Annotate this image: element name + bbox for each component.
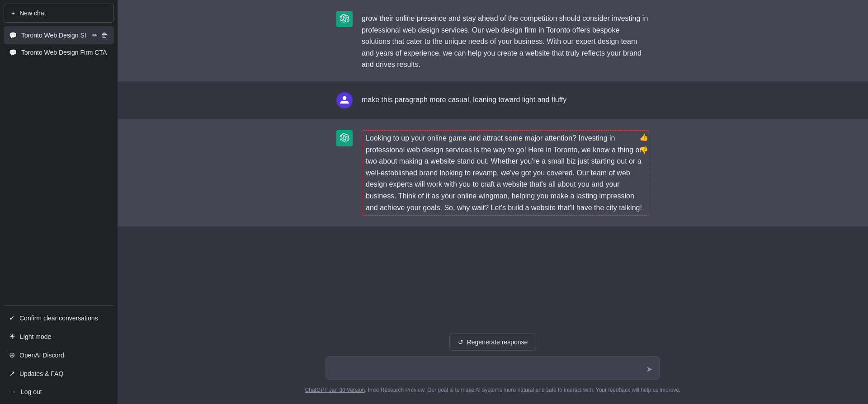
delete-conversation-button[interactable]: 🗑 <box>100 31 108 40</box>
assistant-avatar-2 <box>336 130 353 146</box>
message-inner-1: grow their online presence and stay ahea… <box>326 11 660 70</box>
message-actions: 👍 👎 <box>638 132 649 155</box>
footer-suffix: . Free Research Preview. Our goal is to … <box>365 387 680 393</box>
message-text-3: Looking to up your online game and attra… <box>366 134 642 211</box>
message-text-2: make this paragraph more casual, leaning… <box>362 96 566 103</box>
sun-icon: ☀ <box>9 332 15 341</box>
thumbs-up-button[interactable]: 👍 <box>638 132 649 142</box>
light-mode-action[interactable]: ☀ Light mode <box>4 328 114 345</box>
check-icon: ✓ <box>9 314 15 322</box>
updates-faq-action[interactable]: ↗ Updates & FAQ <box>4 365 114 382</box>
discord-icon: ⊕ <box>9 351 15 359</box>
sidebar-bottom-actions: ✓ Confirm clear conversations ☀ Light mo… <box>4 309 114 400</box>
conversation-actions: ✏ 🗑 <box>91 31 108 40</box>
plus-icon <box>11 9 15 17</box>
logout-action[interactable]: → Log out <box>4 383 114 400</box>
main-content: grow their online presence and stay ahea… <box>118 0 868 404</box>
message-row-1: grow their online presence and stay ahea… <box>118 0 868 81</box>
external-link-icon: ↗ <box>9 369 15 378</box>
confirm-clear-conversations-action[interactable]: ✓ Confirm clear conversations <box>4 309 114 327</box>
send-icon: ➤ <box>646 365 653 374</box>
thumbs-down-button[interactable]: 👎 <box>638 145 649 155</box>
sidebar: New chat 💬 Toronto Web Design SI ✏ 🗑 💬 T… <box>0 0 118 404</box>
light-mode-label: Light mode <box>20 333 51 340</box>
chat-messages: grow their online presence and stay ahea… <box>118 0 868 326</box>
input-area: ↺ Regenerate response ➤ ChatGPT Jan 30 V… <box>118 326 868 404</box>
openai-discord-label: OpenAI Discord <box>19 352 64 359</box>
send-button[interactable]: ➤ <box>644 362 655 376</box>
message-inner-3: Looking to up your online game and attra… <box>326 130 660 216</box>
openai-discord-action[interactable]: ⊕ OpenAI Discord <box>4 346 114 364</box>
chat-icon-2: 💬 <box>9 49 17 56</box>
new-chat-button[interactable]: New chat <box>4 4 114 23</box>
chat-input[interactable] <box>326 356 660 380</box>
updates-faq-label: Updates & FAQ <box>19 370 63 377</box>
conversation-label: Toronto Web Design SI <box>21 32 87 39</box>
footer-link[interactable]: ChatGPT Jan 30 Version <box>305 387 365 393</box>
conversation-item-toronto-web-design-firm-cta[interactable]: 💬 Toronto Web Design Firm CTA <box>4 44 114 61</box>
conversation-list: 💬 Toronto Web Design SI ✏ 🗑 💬 Toronto We… <box>4 26 114 301</box>
message-content-3: Looking to up your online game and attra… <box>362 130 649 216</box>
conversation-label-2: Toronto Web Design Firm CTA <box>21 49 108 56</box>
message-inner-2: make this paragraph more casual, leaning… <box>326 92 660 108</box>
message-row-3: Looking to up your online game and attra… <box>118 119 868 226</box>
message-content-1: grow their online presence and stay ahea… <box>362 11 649 70</box>
regenerate-button[interactable]: ↺ Regenerate response <box>449 334 537 351</box>
new-chat-label: New chat <box>19 9 46 17</box>
edit-conversation-button[interactable]: ✏ <box>91 31 99 40</box>
footer-note: ChatGPT Jan 30 Version. Free Research Pr… <box>305 387 681 393</box>
regenerate-label: Regenerate response <box>467 338 528 346</box>
sidebar-divider <box>4 305 114 305</box>
user-avatar <box>336 92 353 108</box>
refresh-icon: ↺ <box>458 338 463 346</box>
assistant-avatar-1 <box>336 11 353 27</box>
confirm-clear-label: Confirm clear conversations <box>19 315 98 322</box>
chat-input-container: ➤ <box>326 356 660 381</box>
message-content-2: make this paragraph more casual, leaning… <box>362 92 649 106</box>
chat-icon: 💬 <box>9 32 17 39</box>
message-row-2: make this paragraph more casual, leaning… <box>118 81 868 119</box>
message-text-1: grow their online presence and stay ahea… <box>362 14 648 68</box>
logout-label: Log out <box>21 388 42 395</box>
logout-icon: → <box>9 388 16 396</box>
conversation-item-toronto-web-design-si[interactable]: 💬 Toronto Web Design SI ✏ 🗑 <box>4 26 114 44</box>
